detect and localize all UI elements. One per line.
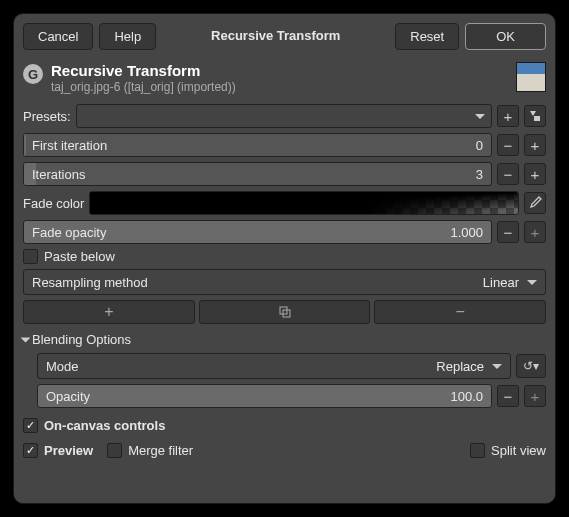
filter-title: Recursive Transform [51,62,236,79]
blending-section-header[interactable]: Blending Options [23,332,546,347]
presets-combo[interactable] [76,104,492,128]
plus-icon[interactable]: + [524,134,546,156]
dialog-title-button: Recursive Transform [201,23,350,50]
fade-color-swatch[interactable] [89,191,519,215]
plus-icon[interactable]: + [524,163,546,185]
minus-icon[interactable]: − [497,163,519,185]
presets-label: Presets: [23,109,71,124]
add-transform-button[interactable]: + [23,300,195,324]
minus-icon[interactable]: − [497,385,519,407]
preset-manage-icon[interactable] [524,105,546,127]
dialog: Cancel Help Recursive Transform Reset OK… [13,13,556,504]
action-bar: Cancel Help Recursive Transform Reset OK [23,23,546,50]
opacity-slider[interactable]: Opacity 100.0 [37,384,492,408]
duplicate-transform-button[interactable] [199,300,371,324]
presets-row: Presets: + [23,104,546,128]
ok-button[interactable]: OK [465,23,546,50]
on-canvas-checkbox[interactable]: On-canvas controls [23,418,546,433]
resampling-select[interactable]: Resampling method Linear [23,269,546,295]
paste-below-checkbox[interactable]: Paste below [23,249,546,264]
minus-icon[interactable]: − [497,134,519,156]
preset-add-icon[interactable]: + [497,105,519,127]
header: G Recursive Transform taj_orig.jpg-6 ([t… [23,62,546,94]
plus-icon: + [524,385,546,407]
fade-color-label: Fade color [23,196,84,211]
plus-icon: + [524,221,546,243]
merge-filter-checkbox[interactable]: Merge filter [107,443,193,458]
help-button[interactable]: Help [99,23,156,50]
reset-button[interactable]: Reset [395,23,459,50]
mode-select[interactable]: Mode Replace [37,353,511,379]
mode-reset-icon[interactable]: ↺▾ [516,354,546,378]
preview-checkbox[interactable]: Preview [23,443,93,458]
gegl-icon: G [23,64,43,84]
first-iteration-slider[interactable]: First iteration 0 [23,133,492,157]
eyedropper-icon[interactable] [524,192,546,214]
iterations-slider[interactable]: Iterations 3 [23,162,492,186]
fade-opacity-slider[interactable]: Fade opacity 1.000 [23,220,492,244]
minus-icon[interactable]: − [497,221,519,243]
preview-thumbnail[interactable] [516,62,546,92]
cancel-button[interactable]: Cancel [23,23,93,50]
filter-subtitle: taj_orig.jpg-6 ([taj_orig] (imported)) [51,80,236,94]
remove-transform-button[interactable]: − [374,300,546,324]
split-view-checkbox[interactable]: Split view [470,443,546,458]
